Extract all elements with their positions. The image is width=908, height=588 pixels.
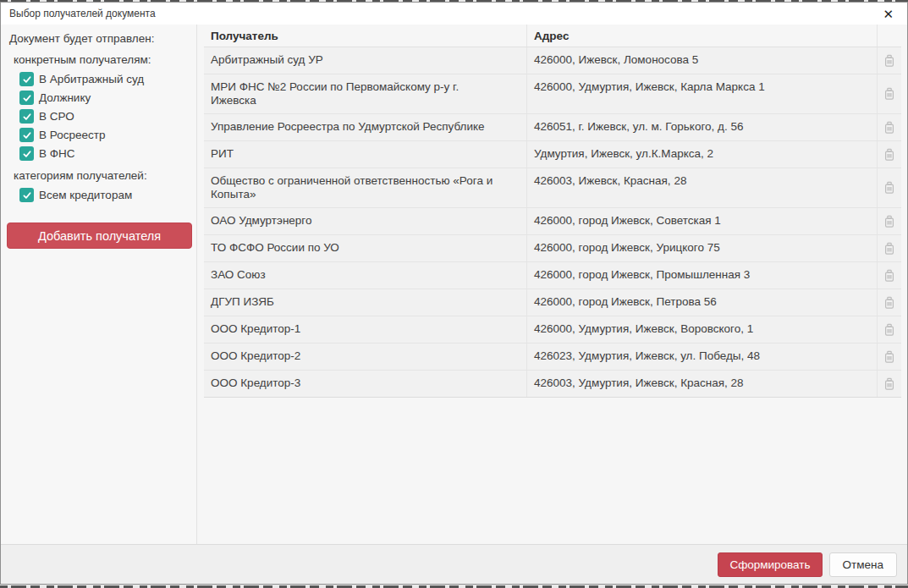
recipient-cell: МРИ ФНС №2 России по Первомайскому р-у г…	[204, 74, 527, 113]
table-header-row: Получатель Адрес	[204, 25, 901, 47]
recipient-cell: Общество с ограниченной ответственностью…	[204, 168, 527, 207]
actions-cell	[878, 316, 901, 343]
table-row: ООО Кредитор-2426023, Удмуртия, Ижевск, …	[204, 343, 901, 371]
delete-recipient-button[interactable]	[882, 179, 897, 196]
checkbox-label: В СРО	[39, 110, 74, 123]
checkbox-option[interactable]: В ФНС	[19, 146, 196, 161]
column-header-address: Адрес	[527, 25, 878, 47]
actions-cell	[878, 168, 901, 207]
checkbox-label: В Арбитражный суд	[39, 73, 144, 85]
actions-cell	[878, 371, 901, 397]
trash-icon	[883, 215, 895, 228]
delete-recipient-button[interactable]	[882, 240, 897, 257]
checkbox-option[interactable]: Должнику	[19, 91, 196, 105]
check-icon	[22, 190, 32, 201]
actions-cell	[878, 114, 901, 140]
actions-cell	[878, 208, 901, 234]
address-cell: Удмуртия, Ижевск, ул.К.Маркса, 2	[527, 141, 878, 168]
actions-cell	[878, 289, 901, 316]
delete-recipient-button[interactable]	[882, 349, 897, 365]
check-icon	[22, 149, 32, 159]
address-cell: 426000, Ижевск, Ломоносова 5	[527, 47, 878, 74]
add-recipient-button[interactable]: Добавить получателя	[7, 223, 192, 249]
delete-recipient-button[interactable]	[882, 267, 897, 284]
recipient-cell: Арбитражный суд УР	[204, 47, 527, 74]
actions-cell	[878, 343, 901, 370]
table-row: МРИ ФНС №2 России по Первомайскому р-у г…	[204, 74, 901, 114]
sidebar-header: Документ будет отправлен:	[9, 32, 196, 45]
check-icon	[22, 74, 32, 85]
address-cell: 426003, Удмуртия, Ижевск, Красная, 28	[527, 371, 878, 397]
table-row: Общество с ограниченной ответственностью…	[204, 168, 901, 208]
trash-icon	[883, 148, 895, 162]
delete-recipient-button[interactable]	[882, 213, 897, 230]
trash-icon	[883, 87, 895, 101]
address-cell: 426023, Удмуртия, Ижевск, ул. Победы, 48	[527, 343, 878, 370]
column-header-actions	[878, 25, 901, 47]
checkbox-label: Должнику	[39, 91, 91, 104]
trash-icon	[883, 269, 895, 283]
delete-recipient-button[interactable]	[882, 321, 897, 338]
cancel-button[interactable]: Отмена	[829, 552, 897, 577]
delete-recipient-button[interactable]	[882, 146, 897, 163]
checkbox-label: В ФНС	[39, 147, 75, 160]
trash-icon	[883, 350, 895, 364]
checkbox-option[interactable]: В СРО	[19, 109, 196, 124]
recipient-cell: ООО Кредитор-3	[204, 371, 527, 397]
check-icon	[22, 93, 32, 103]
address-cell: 426000, город Ижевск, Промышленная 3	[527, 262, 878, 289]
table-row: ОАО Удмуртэнерго426000, город Ижевск, Со…	[204, 208, 901, 235]
column-header-recipient: Получатель	[204, 25, 527, 47]
delete-recipient-button[interactable]	[882, 294, 897, 311]
delete-recipient-button[interactable]	[882, 119, 897, 136]
footer-bar: Сформировать Отмена	[1, 544, 907, 584]
trash-icon	[883, 181, 895, 195]
title-bar: Выбор получателей документа ✕	[1, 3, 907, 25]
group-label: конкретным получателям:	[14, 53, 196, 66]
table-row: ДГУП ИЗЯБ426000, город Ижевск, Петрова 5…	[204, 289, 901, 316]
checkbox-option[interactable]: Всем кредиторам	[19, 188, 196, 202]
recipient-cell: ЗАО Союз	[204, 262, 527, 289]
submit-button[interactable]: Сформировать	[718, 552, 822, 577]
table-row: РИТУдмуртия, Ижевск, ул.К.Маркса, 2	[204, 141, 901, 168]
close-icon[interactable]: ✕	[876, 6, 900, 22]
recipient-cell: ДГУП ИЗЯБ	[204, 289, 527, 316]
recipient-cell: ОАО Удмуртэнерго	[204, 208, 527, 234]
address-cell: 426000, город Ижевск, Советская 1	[527, 208, 878, 234]
trash-icon	[883, 54, 895, 68]
table-row: ЗАО Союз426000, город Ижевск, Промышленн…	[204, 262, 901, 289]
group-label: категориям получателей:	[14, 169, 196, 182]
checkbox[interactable]	[19, 109, 34, 124]
delete-recipient-button[interactable]	[882, 376, 897, 393]
sidebar: Документ будет отправлен: конкретным пол…	[1, 25, 197, 544]
checkbox[interactable]	[19, 72, 34, 86]
address-cell: 426000, город Ижевск, Урицкого 75	[527, 235, 878, 261]
actions-cell	[878, 74, 901, 113]
delete-recipient-button[interactable]	[882, 85, 897, 102]
dialog-window: Выбор получателей документа ✕ Документ б…	[0, 2, 908, 585]
window-title: Выбор получателей документа	[9, 8, 156, 19]
trash-icon	[883, 121, 895, 135]
checkbox[interactable]	[19, 188, 34, 202]
check-icon	[22, 130, 32, 140]
recipient-cell: ООО Кредитор-1	[204, 316, 527, 343]
table-row: Управление Росреестра по Удмуртской Респ…	[204, 114, 901, 141]
table-row: Арбитражный суд УР426000, Ижевск, Ломоно…	[204, 47, 901, 74]
checkbox[interactable]	[19, 128, 34, 142]
address-cell: 426051, г. Ижевск, ул. м. Горького, д. 5…	[527, 114, 878, 140]
recipient-cell: ТО ФСФО России по УО	[204, 235, 527, 261]
checkbox[interactable]	[19, 146, 34, 161]
trash-icon	[883, 242, 895, 256]
address-cell: 426003, Ижевск, Красная, 28	[527, 168, 878, 207]
trash-icon	[883, 377, 895, 391]
check-icon	[22, 112, 32, 122]
delete-recipient-button[interactable]	[882, 52, 897, 69]
checkbox-option[interactable]: В Росреестр	[19, 128, 196, 142]
address-cell: 426000, Удмуртия, Ижевск, Воровского, 1	[527, 316, 878, 343]
checkbox[interactable]	[19, 91, 34, 105]
recipient-cell: РИТ	[204, 141, 527, 168]
checkbox-option[interactable]: В Арбитражный суд	[19, 72, 196, 86]
trash-icon	[883, 323, 895, 337]
actions-cell	[878, 235, 901, 261]
recipients-table: Получатель Адрес Арбитражный суд УР42600…	[204, 25, 901, 398]
